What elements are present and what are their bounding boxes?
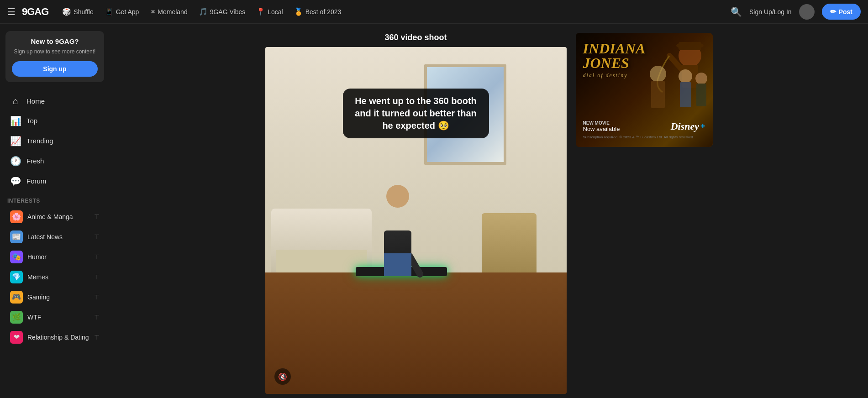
room-floor-bg [265,272,567,394]
ad-plus-logo: + [700,121,705,131]
hamburger-menu-icon[interactable]: ☰ [7,6,16,17]
relationship-dating-icon: ❤ [10,331,23,344]
right-panel: INDIANA JONES dial of destiny NEW MOVIE … [576,33,713,394]
sidebar-item-anime-manga[interactable]: 🌸 Anime & Manga ⊤ [3,207,107,227]
advertisement-banner[interactable]: INDIANA JONES dial of destiny NEW MOVIE … [576,33,713,147]
ad-disney-plus-block: Disney + [671,120,705,132]
sidebar-item-wtf[interactable]: 🌿 WTF ⊤ [3,307,107,327]
latest-news-icon: 📰 [10,230,23,243]
sidebar-item-home[interactable]: ⌂ Home [3,91,107,111]
pin-news-icon[interactable]: ⊤ [94,233,100,241]
humor-icon: 🎭 [10,251,23,263]
ad-subtitle: dial of destiny [583,72,646,79]
pin-gaming-icon[interactable]: ⊤ [94,293,100,301]
main-content-area: 360 video shoot [110,24,868,398]
nav-item-shuffle[interactable]: 🎲 Shuffle [58,5,98,19]
ad-subscription-note: Subscription required. © 2023 & ™ Lucasf… [583,135,705,140]
svg-point-5 [650,66,666,82]
svg-point-9 [695,73,707,84]
svg-rect-2 [679,42,701,50]
vibes-icon: 🎵 [199,7,208,16]
sofa-element [271,209,372,272]
video-frame[interactable]: He went up to the 360 booth and it turne… [265,47,567,394]
sofa-cushion [276,250,367,272]
interests-section-label: Interests [0,193,110,207]
get-app-icon: 📱 [105,7,114,16]
local-icon: 📍 [256,7,265,16]
pin-humor-icon[interactable]: ⊤ [94,253,100,261]
sidebar-signup-button[interactable]: Sign up [12,61,98,77]
trending-icon: 📈 [10,136,21,147]
nav-item-best-of-2023[interactable]: 🏅 Best of 2023 [289,5,346,19]
sidebar-item-latest-news[interactable]: 📰 Latest News ⊤ [3,227,107,247]
video-wrapper: He went up to the 360 booth and it turne… [265,47,567,394]
anime-manga-icon: 🌸 [10,210,23,223]
nav-right-section: 🔍 Sign Up/Log In ✏ Post [731,4,861,20]
ad-bottom-row: NEW MOVIE Now available Disney + [583,120,705,132]
pin-relationship-icon[interactable]: ⊤ [94,334,100,341]
chair-element [482,213,537,272]
sidebar-item-memes[interactable]: 💎 Memes ⊤ [3,267,107,287]
signup-login-link[interactable]: Sign Up/Log In [749,8,792,16]
video-caption-bubble: He went up to the 360 booth and it turne… [343,89,489,138]
signup-box-description: Sign up now to see more content! [12,48,98,56]
signup-box-title: New to 9GAG? [12,37,98,45]
sidebar-item-humor[interactable]: 🎭 Humor ⊤ [3,247,107,267]
svg-rect-10 [696,84,706,106]
ad-jones-title: JONES [583,56,646,70]
nav-section-main: ⌂ Home 📊 Top 📈 Trending 🕐 Fresh 💬 Forum [0,91,110,191]
ad-new-movie-label: NEW MOVIE [583,120,620,126]
pin-wtf-icon[interactable]: ⊤ [94,314,100,321]
sidebar-item-gaming[interactable]: 🎮 Gaming ⊤ [3,287,107,307]
home-icon: ⌂ [10,96,21,106]
svg-rect-6 [651,81,665,108]
nav-items-list: 🎲 Shuffle 📱 Get App ✖ Memeland 🎵 9GAG Vi… [58,5,731,19]
nav-item-memeland[interactable]: ✖ Memeland [145,5,192,18]
post-container: 360 video shoot [265,33,567,394]
user-avatar[interactable] [799,4,815,20]
best-of-2023-icon: 🏅 [294,7,303,16]
ad-now-available: Now available [583,126,620,132]
svg-point-7 [679,69,692,83]
sidebar: New to 9GAG? Sign up now to see more con… [0,24,110,398]
sidebar-item-fresh[interactable]: 🕐 Fresh [3,151,107,171]
mute-button[interactable]: 🔇 [274,368,291,385]
ad-disney-logo: Disney [671,120,699,132]
fresh-icon: 🕐 [10,156,21,167]
page-layout: New to 9GAG? Sign up now to see more con… [0,24,868,398]
ad-title-block: INDIANA JONES dial of destiny [583,41,646,79]
ad-bottom-section: NEW MOVIE Now available Disney + Subscri… [583,120,705,140]
sidebar-item-trending[interactable]: 📈 Trending [3,131,107,151]
ad-now-available-block: NEW MOVIE Now available [583,120,620,132]
sidebar-item-top[interactable]: 📊 Top [3,111,107,131]
caption-text: He went up to the 360 booth and it turne… [355,96,477,131]
pin-memes-icon[interactable]: ⊤ [94,273,100,281]
top-icon: 📊 [10,115,21,126]
post-button[interactable]: ✏ Post [822,4,861,20]
site-logo[interactable]: 9GAG [22,6,48,18]
post-plus-icon: ✏ [830,7,836,16]
nav-item-local[interactable]: 📍 Local [252,5,287,19]
ad-indiana-title: INDIANA [583,41,646,56]
kid-head [386,185,409,208]
top-navigation: ☰ 9GAG 🎲 Shuffle 📱 Get App ✖ Memeland 🎵 … [0,0,868,24]
pin-anime-icon[interactable]: ⊤ [94,213,100,220]
kid-figure [379,185,416,276]
memes-icon: 💎 [10,271,23,283]
forum-icon: 💬 [10,176,21,187]
nav-item-vibes[interactable]: 🎵 9GAG Vibes [194,5,250,19]
sidebar-item-relationship-dating[interactable]: ❤ Relationship & Dating ⊤ [3,327,107,347]
signup-promo-box: New to 9GAG? Sign up now to see more con… [5,31,104,82]
nav-item-get-app[interactable]: 📱 Get App [100,5,144,19]
wtf-icon: 🌿 [10,311,23,324]
memeland-icon: ✖ [151,9,155,15]
gaming-icon: 🎮 [10,291,23,304]
post-title: 360 video shoot [265,33,567,42]
shuffle-icon: 🎲 [62,7,71,16]
kid-pants [384,253,411,276]
search-button[interactable]: 🔍 [731,6,742,17]
mute-icon: 🔇 [278,372,287,381]
svg-rect-8 [680,82,691,107]
sidebar-item-forum[interactable]: 💬 Forum [3,171,107,191]
